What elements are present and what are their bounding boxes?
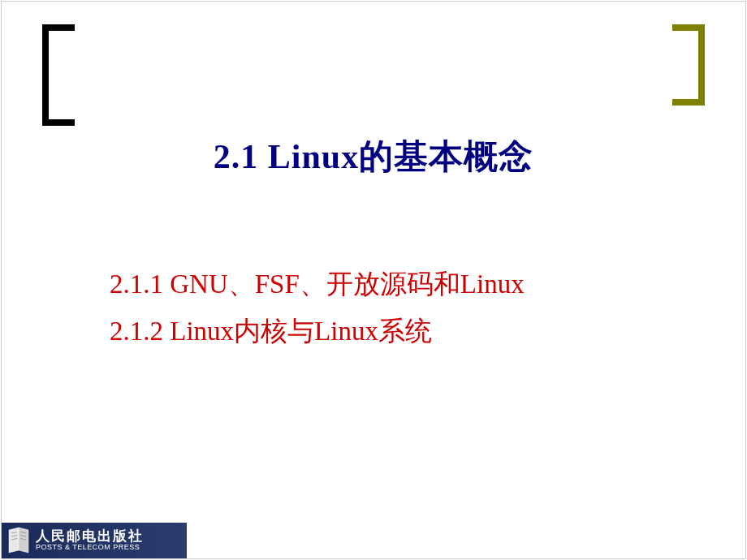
content-area: 2.1.1 GNU、FSF、开放源码和Linux 2.1.2 Linux内核与L… xyxy=(110,261,525,355)
publisher-name-en: POSTS & TELECOM PRESS xyxy=(36,544,144,552)
publisher-text: 人民邮电出版社 POSTS & TELECOM PRESS xyxy=(36,529,144,553)
content-item-2: 2.1.2 Linux内核与Linux系统 xyxy=(110,308,525,355)
publisher-book-icon xyxy=(6,526,31,555)
publisher-logo: 人民邮电出版社 POSTS & TELECOM PRESS xyxy=(2,523,187,558)
decorative-bracket-right xyxy=(672,24,705,106)
content-item-1: 2.1.1 GNU、FSF、开放源码和Linux xyxy=(110,261,525,308)
decorative-bracket-left xyxy=(42,24,75,126)
publisher-name-cn: 人民邮电出版社 xyxy=(36,529,144,545)
slide-title: 2.1 Linux的基本概念 xyxy=(0,134,747,179)
